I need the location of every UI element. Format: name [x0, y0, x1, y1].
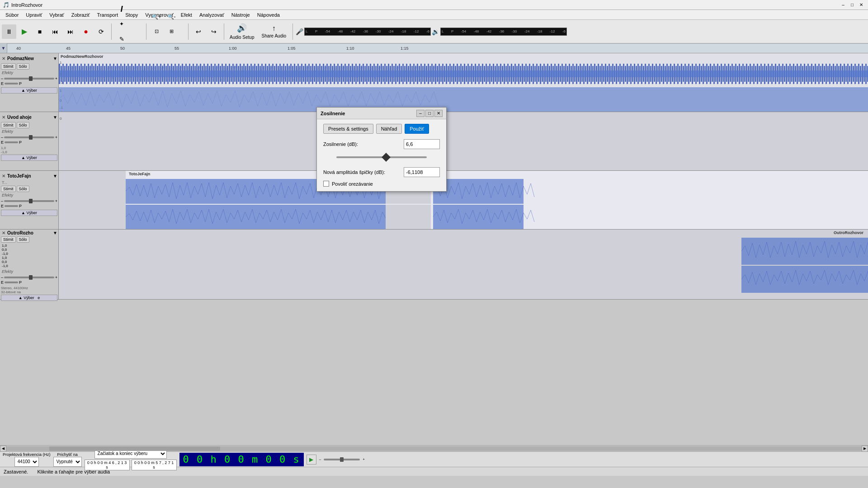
track-arrow-podmaznew[interactable]: ▼ [53, 56, 57, 61]
track-content-uvod[interactable]: 0 [59, 112, 868, 170]
track-header-podmaznew: ✕ PodmazNew ▼ [1, 54, 57, 62]
menu-item-súbor[interactable]: Súbor [2, 11, 22, 19]
stimit-button-uvod[interactable]: Stimit [1, 122, 16, 128]
dialog-minimize-button[interactable]: – [416, 110, 425, 117]
freq-select[interactable]: 44100 [14, 457, 39, 467]
zoom-in-button[interactable]: 🔍+ [149, 9, 164, 24]
track-buttons-uvod: Stimit Sólo [1, 122, 57, 128]
track-volume-toto: – + [1, 199, 57, 203]
scroll-thumb[interactable] [49, 446, 220, 451]
vol-slider-outro[interactable] [4, 277, 54, 278]
snap-select[interactable]: Vypnuté [53, 457, 82, 467]
zosilnenie-input[interactable] [404, 139, 440, 149]
track-label-uvod: Efekty [1, 129, 57, 134]
input-meter-scale: LP -54-48-42-36-30-24-18-12-6 [305, 29, 430, 33]
solo-button-outro[interactable]: Sólo [17, 236, 29, 243]
menu-item-zobraziť[interactable]: Zobraziť [68, 11, 94, 19]
povolit-checkbox[interactable] [323, 181, 329, 187]
zosilnenie-slider[interactable] [336, 153, 427, 162]
loop-button[interactable]: ⟳ [94, 24, 108, 39]
solo-button-podmaznew[interactable]: Sólo [17, 63, 29, 70]
play-bottom-button[interactable]: ▶ [307, 455, 316, 465]
scroll-track[interactable] [6, 446, 862, 451]
status-left: Zastavené. [4, 469, 28, 474]
select-btn-outro[interactable]: ▲ Výber e [1, 295, 57, 301]
play-button[interactable]: ▶ [17, 24, 32, 39]
share-audio-button[interactable]: ↑ Share Audio [258, 24, 290, 38]
track-info-outro: Stereo, 44100Hz32-bitové na [1, 286, 57, 294]
scroll-right-button[interactable]: ▶ [862, 446, 868, 452]
svg-text:1:10: 1:10 [346, 46, 354, 51]
pouzit-button[interactable]: Použiť [405, 124, 429, 134]
menu-item-nástroje[interactable]: Nástroje [228, 11, 254, 19]
timeline-arrow[interactable]: ▼ [0, 43, 7, 53]
select-btn-podmaznew[interactable]: ▲ Výber [1, 87, 57, 94]
presets-settings-button[interactable]: Presets & settings [323, 124, 373, 134]
track-arrow-toto[interactable]: ▼ [53, 174, 57, 178]
stimit-button-outro[interactable]: Stimit [1, 236, 16, 243]
maximize-button[interactable]: □ [848, 1, 856, 9]
envelope-tool-button[interactable]: ✦ [114, 17, 129, 31]
menu-item-vybrať[interactable]: Vybrať [46, 11, 67, 19]
redo-button[interactable]: ↪ [207, 24, 221, 39]
slider-thumb[interactable] [382, 153, 391, 162]
track-podmaznew: ✕ PodmazNew ▼ Stimit Sólo Efekty – + [0, 53, 868, 112]
menu-item-analyzovať[interactable]: Analyzovať [196, 11, 228, 19]
scroll-left-button[interactable]: ◀ [0, 446, 6, 452]
undo-button[interactable]: ↩ [191, 24, 206, 39]
track-close-uvod[interactable]: ✕ [1, 115, 6, 120]
select-btn-uvod[interactable]: ▲ Výber [1, 155, 57, 161]
select-btn-toto[interactable]: ▲ Výber [1, 210, 57, 216]
skip-back-button[interactable]: ⏮ [48, 24, 62, 39]
dialog-maximize-button[interactable]: □ [425, 110, 434, 117]
pause-button[interactable]: ⏸ [2, 24, 16, 39]
outro-wave-2 [741, 266, 868, 293]
vol-slider-toto[interactable] [4, 200, 54, 202]
menu-item-upraviť[interactable]: Upraviť [22, 11, 46, 19]
track-volume-uvod: – + [1, 135, 57, 140]
ep-slider-podmaznew[interactable] [5, 83, 18, 84]
track-content-outro[interactable]: OutroRozhovor [59, 230, 868, 299]
nova-amp-input[interactable] [404, 167, 440, 177]
dialog-close-button[interactable]: ✕ [434, 110, 443, 117]
svg-text:45: 45 [66, 46, 71, 51]
horizontal-scrollbar[interactable]: ◀ ▶ [0, 445, 868, 451]
select-tool-button[interactable]: I [114, 2, 129, 16]
ruler-track[interactable]: 40 45 50 55 1:00 1:05 1:10 1:15 [7, 43, 868, 53]
solo-button-uvod[interactable]: Sólo [17, 122, 29, 128]
track-volume-outro: – + [1, 275, 57, 280]
audio-setup-label[interactable]: Audio Setup [230, 35, 255, 40]
track-close-podmaznew[interactable]: ✕ [1, 56, 6, 61]
skip-forward-button[interactable]: ⏭ [63, 24, 78, 39]
track-label-toto: Efekty [1, 192, 57, 198]
zoom-out-button[interactable]: 🔍- [164, 9, 179, 24]
track-content-toto[interactable]: TotoJeFajn 1 0 -1 [59, 171, 868, 229]
waveform-row-1-podmaznew [59, 61, 868, 86]
vol-slider-uvod[interactable] [4, 136, 54, 138]
ep-slider-outro[interactable] [5, 282, 18, 283]
track-close-outro[interactable]: ✕ [1, 230, 6, 235]
ep-slider-uvod[interactable] [5, 141, 18, 143]
solo-button-toto[interactable]: Sólo [17, 186, 29, 192]
zoom-sel-button[interactable]: ⊞ [164, 24, 179, 39]
fit-button[interactable]: ⊡ [149, 24, 164, 39]
stop-button[interactable]: ■ [33, 24, 47, 39]
nahled-button[interactable]: Náhľad [376, 124, 402, 134]
track-close-toto[interactable]: ✕ [1, 174, 6, 178]
menu-item-nápoveda[interactable]: Nápoveda [254, 11, 283, 19]
vol-slider-podmaznew[interactable] [4, 78, 54, 80]
stimit-button-podmaznew[interactable]: Stimit [1, 63, 16, 70]
track-gap-toto [59, 171, 126, 229]
ep-slider-toto[interactable] [5, 205, 18, 207]
track-content-podmaznew[interactable]: PodmazNewRozhovor 1 0 -1 [59, 53, 868, 112]
track-arrow-outro[interactable]: ▼ [53, 230, 57, 235]
track-name-podmaznew: PodmazNew [7, 56, 52, 61]
speed-slider[interactable] [324, 459, 360, 460]
close-button[interactable]: ✕ [857, 1, 865, 9]
transport-controls: ⏸ ▶ ■ ⏮ ⏭ ● ⟳ [2, 24, 108, 39]
record-button[interactable]: ● [79, 24, 93, 39]
stimit-button-toto[interactable]: Stimit [1, 186, 16, 192]
time-input-2[interactable]: 0 0 h 0 0 m 5 7 , 2 7 1 s [132, 460, 177, 470]
minimize-button[interactable]: – [839, 1, 847, 9]
track-arrow-uvod[interactable]: ▼ [53, 115, 57, 120]
